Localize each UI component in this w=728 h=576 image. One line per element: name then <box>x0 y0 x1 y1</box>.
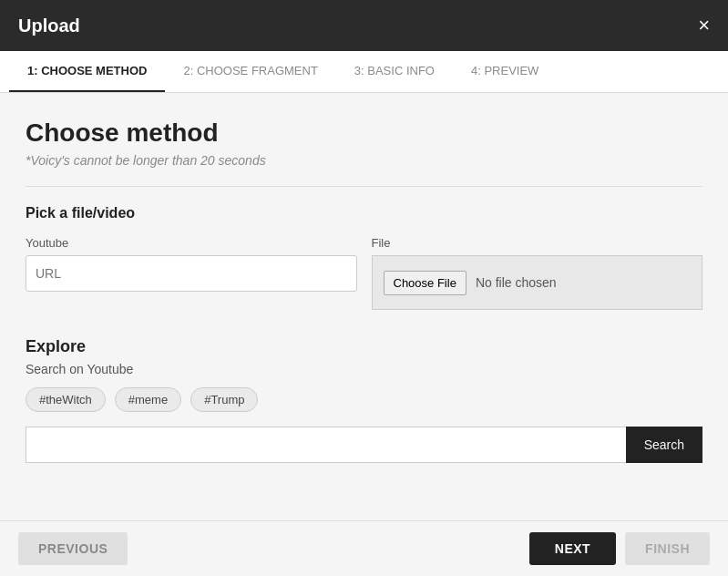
modal-header: Upload × <box>0 0 728 51</box>
youtube-url-input[interactable] <box>26 255 357 292</box>
youtube-section: Youtube <box>26 236 357 310</box>
explore-title: Explore <box>26 337 702 356</box>
file-label: File <box>372 236 703 250</box>
modal-body: Choose method *Voicy's cannot be longer … <box>0 93 728 520</box>
search-button[interactable]: Search <box>626 427 702 463</box>
choose-file-button[interactable]: Choose File <box>384 271 467 295</box>
tags-row: #theWitch #meme #Trump <box>26 387 702 412</box>
no-file-text: No file chosen <box>476 275 557 290</box>
tab-preview[interactable]: 4: PREVIEW <box>453 51 557 92</box>
tab-choose-fragment[interactable]: 2: CHOOSE FRAGMENT <box>165 51 335 92</box>
previous-button[interactable]: PREVIOUS <box>18 532 128 565</box>
upload-row: Youtube File Choose File No file chosen <box>26 236 702 310</box>
section-title: Choose method <box>26 118 702 148</box>
finish-button[interactable]: FINISH <box>625 532 710 565</box>
explore-section: Explore Search on Youtube #theWitch #mem… <box>26 337 702 463</box>
youtube-label: Youtube <box>26 236 357 250</box>
next-button[interactable]: NEXT <box>529 532 616 565</box>
modal-title: Upload <box>18 15 80 36</box>
upload-modal: Upload × 1: CHOOSE METHOD 2: CHOOSE FRAG… <box>0 0 728 576</box>
footer-left: PREVIOUS <box>18 532 128 565</box>
search-on-youtube-label: Search on Youtube <box>26 362 702 376</box>
modal-footer: PREVIOUS NEXT FINISH <box>0 520 728 576</box>
search-input[interactable] <box>26 427 626 463</box>
tag-meme[interactable]: #meme <box>115 387 181 412</box>
file-input-area: Choose File No file chosen <box>372 255 703 310</box>
tab-choose-method[interactable]: 1: CHOOSE METHOD <box>9 51 165 92</box>
tag-thewitch[interactable]: #theWitch <box>26 387 106 412</box>
close-button[interactable]: × <box>698 15 710 36</box>
divider <box>26 186 702 187</box>
tag-trump[interactable]: #Trump <box>190 387 258 412</box>
tabs-bar: 1: CHOOSE METHOD 2: CHOOSE FRAGMENT 3: B… <box>0 51 728 93</box>
file-section: File Choose File No file chosen <box>372 236 703 310</box>
tab-basic-info[interactable]: 3: BASIC INFO <box>336 51 453 92</box>
pick-title: Pick a file/video <box>26 205 702 221</box>
search-row: Search <box>26 427 702 463</box>
footer-right: NEXT FINISH <box>529 532 710 565</box>
section-subtitle: *Voicy's cannot be longer than 20 second… <box>26 153 702 168</box>
